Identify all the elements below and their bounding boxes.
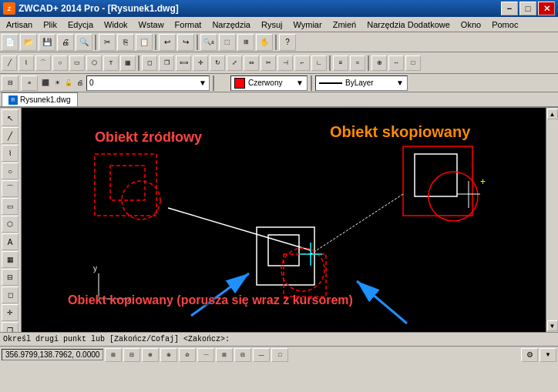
zoom-realtime-btn[interactable]: 🔍± bbox=[200, 34, 217, 51]
drawing-canvas[interactable]: + x y bbox=[22, 108, 546, 332]
matchprop-btn[interactable]: ≈ bbox=[350, 55, 365, 71]
select-btn[interactable]: ↖ bbox=[2, 109, 18, 126]
linetype-label: ByLayer bbox=[345, 79, 374, 87]
circle-btn[interactable]: ○ bbox=[52, 55, 68, 71]
copy-left-btn[interactable]: ❐ bbox=[2, 322, 18, 332]
print-preview-btn[interactable]: 🔍 bbox=[76, 34, 92, 51]
scroll-up-btn[interactable]: ▲ bbox=[547, 109, 558, 119]
move-btn[interactable]: ✛ bbox=[193, 55, 208, 71]
redo-btn[interactable]: ↪ bbox=[177, 34, 194, 51]
osnap-btn[interactable]: ⊕ bbox=[371, 55, 387, 71]
arc-left-btn[interactable]: ⌒ bbox=[2, 180, 18, 197]
scroll-down-btn[interactable]: ▼ bbox=[547, 320, 558, 331]
ducs-btn[interactable]: ⊞ bbox=[216, 348, 233, 362]
maximize-button[interactable]: □ bbox=[519, 2, 536, 15]
model-btn[interactable]: □ bbox=[271, 348, 288, 362]
close-button[interactable]: ✕ bbox=[538, 2, 555, 15]
polyline-left-btn[interactable]: ⌇ bbox=[2, 145, 18, 162]
otrack-btn[interactable]: ⋯ bbox=[197, 348, 214, 362]
coords-display: 356.9799,138.7962, 0.0000 bbox=[2, 349, 103, 360]
tab-rysunek1[interactable]: R Rysunek1.dwg bbox=[2, 92, 78, 106]
svg-line-24 bbox=[357, 281, 407, 323]
properties-btn[interactable]: ≡ bbox=[333, 55, 348, 71]
menu-narzedzia-dodatkowe[interactable]: Narzędzia Dodatkowe bbox=[362, 18, 455, 32]
ortho-btn[interactable]: ⊕ bbox=[142, 348, 159, 362]
svg-text:x: x bbox=[127, 295, 131, 303]
text-btn[interactable]: T bbox=[103, 55, 119, 71]
menu-widok[interactable]: Widok bbox=[99, 18, 133, 32]
settings-btn[interactable]: ⚙ bbox=[521, 348, 538, 362]
help-btn[interactable]: ? bbox=[279, 34, 296, 51]
rect-left-btn[interactable]: ▭ bbox=[2, 198, 18, 215]
line-left-btn[interactable]: ╱ bbox=[2, 127, 18, 144]
line-btn[interactable]: ╱ bbox=[2, 55, 17, 71]
mirror-btn[interactable]: ⟺ bbox=[176, 55, 191, 71]
osnap-status-btn[interactable]: ⊘ bbox=[179, 348, 196, 362]
move-left-btn[interactable]: ✛ bbox=[2, 304, 18, 321]
dist-btn[interactable]: ↔ bbox=[388, 55, 404, 71]
extend-btn[interactable]: ⊣ bbox=[277, 55, 293, 71]
erase-btn[interactable]: ◻ bbox=[142, 55, 157, 71]
menu-okno[interactable]: Okno bbox=[456, 18, 486, 32]
zoom-window-btn[interactable]: ⬚ bbox=[219, 34, 236, 51]
menu-narzedzia[interactable]: Narzędzia bbox=[207, 18, 255, 32]
dyn-btn[interactable]: ⊟ bbox=[234, 348, 251, 362]
pan-btn[interactable]: ✋ bbox=[256, 34, 273, 51]
layer-dropdown[interactable]: 0 ▼ bbox=[86, 75, 210, 91]
open-file-btn[interactable]: 📂 bbox=[20, 34, 37, 51]
menu-edycja[interactable]: Edycja bbox=[63, 18, 98, 32]
rect-btn[interactable]: ▭ bbox=[69, 55, 85, 71]
save-btn[interactable]: 💾 bbox=[39, 34, 55, 51]
layer-icon: ⬛ bbox=[40, 76, 51, 90]
print-btn[interactable]: 🖨 bbox=[57, 34, 74, 51]
copy-btn[interactable]: ⎘ bbox=[117, 34, 134, 51]
menu-rysuj[interactable]: Rysuj bbox=[257, 18, 287, 32]
layer-state-btn[interactable]: ≡ bbox=[21, 75, 38, 91]
polar-btn[interactable]: ⊗ bbox=[160, 348, 177, 362]
color-dropdown[interactable]: Czerwony ▼ bbox=[230, 75, 308, 91]
polygon-left-btn[interactable]: ⬡ bbox=[2, 216, 18, 233]
scale-btn[interactable]: ⤢ bbox=[227, 55, 242, 71]
snap-btn[interactable]: ⊞ bbox=[105, 348, 122, 362]
zoom-all-btn[interactable]: ⊞ bbox=[237, 34, 254, 51]
status-extra-btn[interactable]: ▼ bbox=[540, 348, 556, 362]
layer-manager-btn[interactable]: ⊟ bbox=[2, 75, 18, 91]
paste-btn[interactable]: 📋 bbox=[136, 34, 153, 51]
new-file-btn[interactable]: 📄 bbox=[2, 34, 18, 51]
menu-artisan[interactable]: Artisan bbox=[2, 18, 37, 32]
fillet-btn[interactable]: ⌐ bbox=[294, 55, 310, 71]
cut-btn[interactable]: ✂ bbox=[99, 34, 116, 51]
stretch-btn[interactable]: ⇔ bbox=[244, 55, 259, 71]
erase-left-btn[interactable]: ◻ bbox=[2, 286, 18, 303]
menu-wymiar[interactable]: Wymiar bbox=[288, 18, 326, 32]
lw-btn[interactable]: — bbox=[253, 348, 270, 362]
svg-text:+: + bbox=[480, 176, 486, 187]
menu-format[interactable]: Format bbox=[170, 18, 207, 32]
menu-plik[interactable]: Plik bbox=[39, 18, 62, 32]
color-swatch bbox=[234, 78, 245, 89]
linetype-preview bbox=[319, 82, 342, 84]
linetype-dropdown[interactable]: ByLayer ▼ bbox=[315, 75, 408, 91]
sep6 bbox=[329, 55, 331, 71]
polyline-btn[interactable]: ⌇ bbox=[18, 55, 34, 71]
region-left-btn[interactable]: ⊟ bbox=[2, 269, 18, 286]
undo-btn[interactable]: ↩ bbox=[159, 34, 176, 51]
main-area: ↖ ╱ ⌇ ○ ⌒ ▭ ⬡ A ▦ ⊟ ◻ ✛ ❐ ↻ ⟺ ⤢ 🔍 ✋ bbox=[0, 108, 558, 332]
menu-pomoc[interactable]: Pomoc bbox=[487, 18, 523, 32]
svg-text:y: y bbox=[93, 264, 97, 273]
chamfer-btn[interactable]: ∟ bbox=[311, 55, 327, 71]
rotate-btn[interactable]: ↻ bbox=[210, 55, 225, 71]
copy-obj-btn[interactable]: ❐ bbox=[159, 55, 174, 71]
circle-left-btn[interactable]: ○ bbox=[2, 162, 18, 179]
menu-wstaw[interactable]: Wstaw bbox=[134, 18, 169, 32]
trim-btn[interactable]: ✂ bbox=[261, 55, 276, 71]
area-btn[interactable]: □ bbox=[405, 55, 421, 71]
polygon-btn[interactable]: ⬡ bbox=[86, 55, 102, 71]
hatch-btn[interactable]: ▦ bbox=[120, 55, 136, 71]
minimize-button[interactable]: − bbox=[501, 2, 518, 15]
grid-btn[interactable]: ⊟ bbox=[123, 348, 140, 362]
menu-zmien[interactable]: Zmień bbox=[328, 18, 361, 32]
hatch-left-btn[interactable]: ▦ bbox=[2, 251, 18, 268]
arc-btn[interactable]: ⌒ bbox=[35, 55, 51, 71]
text-left-btn[interactable]: A bbox=[2, 233, 18, 250]
